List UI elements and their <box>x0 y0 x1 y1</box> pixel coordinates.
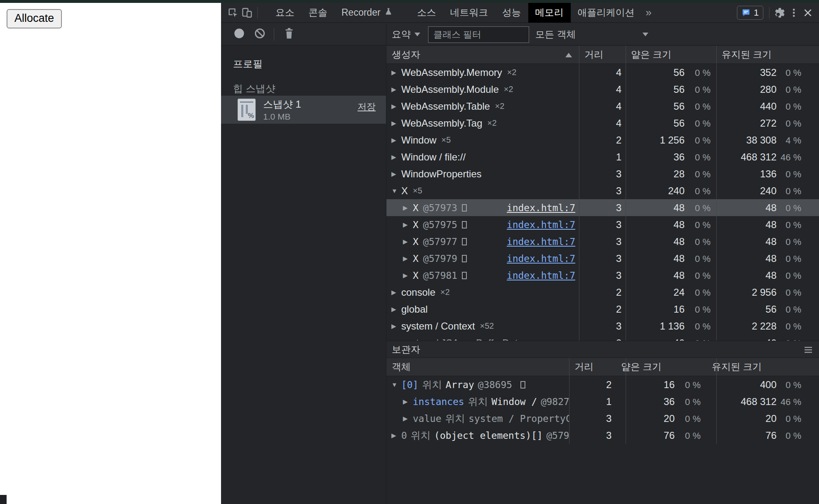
instance-count: ×2 <box>495 101 504 111</box>
table-row[interactable]: ▶console×22240 %2 9560 % <box>386 284 819 301</box>
column-shallow-size[interactable]: 얕은 크기 <box>616 358 706 376</box>
tab-application[interactable]: 애플리케이션 <box>571 3 642 23</box>
shallow-size-cell: 560 % <box>626 101 716 112</box>
table-row[interactable]: ▶X@57973index.html:73480 %480 % <box>386 199 819 216</box>
tab-sources[interactable]: 소스 <box>410 3 443 23</box>
expander-collapsed-icon[interactable]: ▶ <box>391 69 401 76</box>
tab-elements[interactable]: 요소 <box>268 3 301 23</box>
shallow-size-percent: 0 % <box>685 237 711 247</box>
expander-collapsed-icon[interactable]: ▶ <box>391 323 401 330</box>
table-row[interactable]: ▶WebAssembly.Tag×24560 %2720 % <box>386 115 819 132</box>
retained-size-cell: 3520 % <box>716 67 819 78</box>
expander-collapsed-icon[interactable]: ▶ <box>403 255 413 262</box>
kebab-menu-icon[interactable] <box>787 6 801 20</box>
distance-value: 2 <box>606 379 612 391</box>
tab-performance[interactable]: 성능 <box>495 3 528 23</box>
retainer-row[interactable]: ▼[0]위치Array@386952160 %4000 % <box>386 376 819 393</box>
table-row[interactable]: ▶Window×521 2560 %38 3084 % <box>386 132 819 148</box>
delete-trash-icon[interactable] <box>284 28 294 41</box>
hamburger-menu-icon[interactable] <box>803 345 813 357</box>
shallow-size-cell: 1 2560 % <box>626 134 716 146</box>
column-retained-size[interactable]: 유지된 크기 <box>716 46 819 64</box>
table-row[interactable]: ▶Window / file://1360 %468 31246 % <box>386 148 819 165</box>
table-row[interactable]: ▶WebAssembly.Memory×24560 %3520 % <box>386 64 819 81</box>
table-row[interactable]: ▶WebAssembly.Table×24560 %4400 % <box>386 98 819 115</box>
flask-icon <box>384 7 393 19</box>
expander-collapsed-icon[interactable]: ▶ <box>391 289 401 296</box>
expander-collapsed-icon[interactable]: ▶ <box>391 170 401 178</box>
retainer-row[interactable]: ▶value위치system / PropertyCel3200 %200 % <box>386 410 819 427</box>
column-constructor[interactable]: 생성자 <box>386 46 579 64</box>
object-part: 위치 <box>422 378 442 391</box>
expander-collapsed-icon[interactable]: ▶ <box>403 238 413 245</box>
expander-collapsed-icon[interactable]: ▶ <box>403 415 413 422</box>
expander-collapsed-icon[interactable]: ▶ <box>403 221 413 228</box>
shallow-size-percent: 0 % <box>675 431 701 441</box>
column-retained-size[interactable]: 유지된 크기 <box>706 358 819 376</box>
snapshot-item[interactable]: % 스냅샷 1 1.0 MB 저장 <box>221 96 386 124</box>
tab-memory[interactable]: 메모리 <box>528 3 571 23</box>
issues-counter[interactable]: 1 <box>737 6 763 20</box>
table-row[interactable]: ▶WindowProperties3280 %1360 % <box>386 165 819 182</box>
table-row[interactable]: ▶X@57981index.html:73480 %480 % <box>386 267 819 284</box>
constructor-cell: ▶global <box>386 304 579 315</box>
tab-network[interactable]: 네트워크 <box>443 3 495 23</box>
table-row[interactable]: ▶system / Context×5231 1360 %2 2280 % <box>386 318 819 334</box>
expander-collapsed-icon[interactable]: ▶ <box>403 398 413 405</box>
unknown-glyph-icon <box>462 204 467 212</box>
save-snapshot-link[interactable]: 저장 <box>358 101 376 113</box>
shallow-size-cell: 360 % <box>616 396 706 407</box>
tab-recorder[interactable]: Recorder <box>334 3 400 23</box>
record-heap-snapshot-icon[interactable] <box>233 28 245 41</box>
table-row[interactable]: ▶X@57975index.html:73480 %480 % <box>386 216 819 233</box>
expander-collapsed-icon[interactable]: ▶ <box>403 204 413 212</box>
source-link[interactable]: index.html:7 <box>507 270 575 281</box>
table-row[interactable]: ▶X@57977index.html:73480 %480 % <box>386 233 819 250</box>
instance-count: ×2 <box>504 85 513 94</box>
objects-filter-select[interactable]: 모든 객체 <box>535 23 576 45</box>
settings-gear-icon[interactable] <box>773 6 787 20</box>
more-tabs-button[interactable]: » <box>642 6 656 19</box>
close-devtools-icon[interactable] <box>801 6 815 20</box>
retainer-row[interactable]: ▶instances위치Window /@98271360 %468 31246… <box>386 393 819 410</box>
column-object[interactable]: 객체 <box>386 358 569 376</box>
table-row[interactable]: ▶X@57979index.html:73480 %480 % <box>386 250 819 267</box>
allocate-button[interactable]: Allocate <box>7 9 62 28</box>
shallow-size-value: 24 <box>673 287 685 298</box>
source-link[interactable]: index.html:7 <box>507 253 575 264</box>
source-link[interactable]: index.html:7 <box>507 236 575 247</box>
source-link[interactable]: index.html:7 <box>507 203 575 213</box>
clear-profiles-icon[interactable] <box>254 28 266 41</box>
expander-expanded-icon[interactable]: ▼ <box>391 381 401 388</box>
table-row[interactable]: ▶WebAssembly.Module×24560 %2800 % <box>386 81 819 98</box>
retained-size-cell: 560 % <box>716 304 819 315</box>
inspect-element-icon[interactable] <box>226 6 240 20</box>
shallow-size-percent: 0 % <box>675 380 701 391</box>
tab-console[interactable]: 콘솔 <box>301 3 334 23</box>
shallow-size-cell: 480 % <box>626 202 716 214</box>
expander-collapsed-icon[interactable]: ▶ <box>391 120 401 127</box>
column-shallow-size[interactable]: 얕은 크기 <box>626 46 716 64</box>
table-row[interactable]: ▼X×532400 %2400 % <box>386 182 819 199</box>
device-toolbar-icon[interactable] <box>240 6 254 20</box>
expander-collapsed-icon[interactable]: ▶ <box>391 137 401 144</box>
perspective-select[interactable]: 요약 <box>392 23 420 45</box>
constructor-cell: ▶X@57979index.html:7 <box>386 253 579 264</box>
retained-size-percent: 0 % <box>777 203 801 214</box>
expander-expanded-icon[interactable]: ▼ <box>391 187 401 194</box>
instance-count: ×5 <box>441 135 451 145</box>
table-row[interactable]: ▶global2160 %560 % <box>386 301 819 318</box>
class-filter-input[interactable] <box>428 26 529 43</box>
table-row[interactable]: ▶system / JSArrayBufferData2400 %400 % <box>386 334 819 341</box>
column-distance[interactable]: 거리 <box>569 358 616 376</box>
expander-collapsed-icon[interactable]: ▶ <box>391 86 401 93</box>
expander-collapsed-icon[interactable]: ▶ <box>391 432 401 439</box>
expander-collapsed-icon[interactable]: ▶ <box>391 153 401 161</box>
expander-collapsed-icon[interactable]: ▶ <box>391 103 401 110</box>
expander-collapsed-icon[interactable]: ▶ <box>391 306 401 313</box>
expander-collapsed-icon[interactable]: ▶ <box>403 272 413 279</box>
shallow-size-percent: 0 % <box>685 254 711 264</box>
retainer-row[interactable]: ▶0위치(object elements)[]@579833760 %760 % <box>386 427 819 444</box>
column-distance[interactable]: 거리 <box>579 46 626 64</box>
source-link[interactable]: index.html:7 <box>507 219 575 230</box>
